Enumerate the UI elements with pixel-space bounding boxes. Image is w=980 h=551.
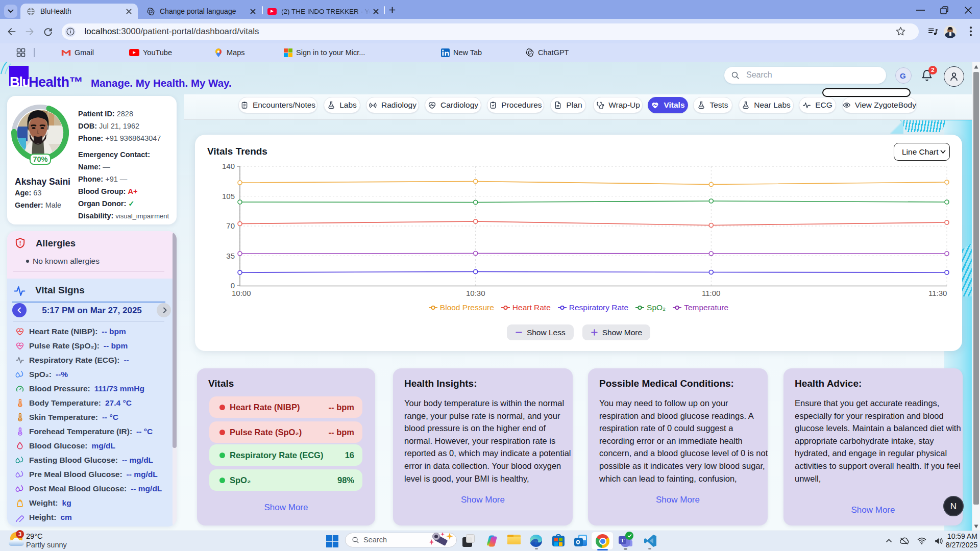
- svg-text:11:30: 11:30: [928, 289, 947, 297]
- svg-text:140: 140: [222, 162, 235, 170]
- svg-text:10:30: 10:30: [466, 289, 485, 297]
- svg-text:70: 70: [226, 221, 235, 230]
- svg-text:10:00: 10:00: [232, 289, 251, 297]
- svg-text:105: 105: [222, 192, 235, 201]
- svg-text:11:00: 11:00: [702, 289, 720, 297]
- svg-text:35: 35: [226, 252, 235, 260]
